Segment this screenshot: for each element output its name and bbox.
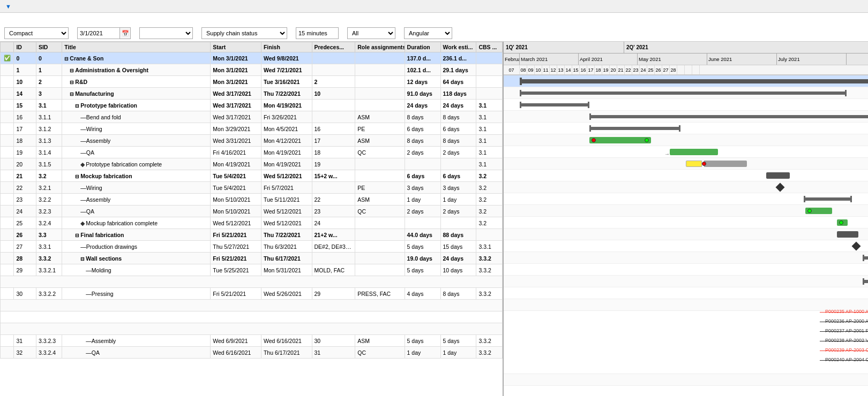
col-id: ID — [14, 42, 36, 52]
table-row[interactable]: 23 3.2.2 —Assembly Mon 5/10/2021 Tue 5/1… — [1, 194, 503, 205]
table-row[interactable]: 14 3 ⊟Manufacturing Wed 3/17/2021 Thu 7/… — [1, 88, 503, 100]
row-check[interactable] — [1, 253, 14, 264]
row-check[interactable] — [1, 111, 14, 123]
row-title[interactable]: ⊟Crane & Son — [62, 52, 211, 64]
move-input[interactable] — [296, 27, 339, 39]
row-start: Fri 5/21/2021 — [211, 253, 261, 264]
table-row[interactable]: 21 3.2 ⊟Mockup fabrication Tue 5/4/2021 … — [1, 170, 503, 182]
row-check[interactable] — [1, 76, 14, 88]
row-role: QC — [355, 347, 405, 359]
row-check[interactable] — [1, 229, 14, 241]
table-row[interactable] — [1, 276, 503, 288]
month-feb: Februa... — [504, 54, 520, 65]
row-check[interactable]: ✅ — [1, 52, 14, 64]
row-check[interactable] — [1, 64, 14, 76]
calendar-icon[interactable]: 📅 — [120, 27, 131, 39]
dropdown-icon: ▼ — [5, 3, 11, 10]
row-check[interactable] — [1, 147, 14, 158]
table-row[interactable]: ✅ 0 0 ⊟Crane & Son Mon 3/1/2021 Wed 9/8/… — [1, 52, 503, 64]
row-title[interactable]: —Assembly — [62, 135, 211, 147]
table-row[interactable]: 29 3.3.2.1 —Molding Tue 5/25/2021 Mon 5/… — [1, 264, 503, 276]
table-row[interactable]: 25 3.2.4 ◆Mockup fabrication complete We… — [1, 217, 503, 229]
table-row[interactable]: 15 3.1 ⊟Prototype fabrication Wed 3/17/2… — [1, 100, 503, 111]
row-check[interactable] — [1, 88, 14, 100]
row-title[interactable]: ⊟R&D — [62, 76, 211, 88]
row-pred — [312, 182, 355, 194]
baseline-select[interactable] — [139, 27, 193, 39]
row-start: Mon 5/10/2021 — [211, 194, 261, 205]
table-row[interactable]: 19 3.1.4 —QA Fri 4/16/2021 Mon 4/19/2021… — [1, 147, 503, 158]
gantt-panel[interactable]: 1Q' 2021 2Q' 2021 Februa... March 2021 A… — [504, 42, 868, 396]
row-title[interactable]: ⊟Administration & Oversight — [62, 64, 211, 76]
view-id-select[interactable]: CompactDetailedSummary — [4, 27, 69, 39]
row-title[interactable]: —Bend and fold — [62, 111, 211, 123]
expand-control: AllLevel 1Level 2Level 3 — [347, 27, 395, 39]
row-check[interactable] — [1, 100, 14, 111]
row-title[interactable]: ⊟Final fabrication — [62, 229, 211, 241]
table-row[interactable]: 1 1 ⊟Administration & Oversight Mon 3/1/… — [1, 64, 503, 76]
table-row[interactable]: 18 3.1.3 —Assembly Wed 3/31/2021 Mon 4/1… — [1, 135, 503, 147]
row-check[interactable] — [1, 135, 14, 147]
row-title[interactable]: ⊟Mockup fabrication — [62, 170, 211, 182]
main-container: ID SID Title Start Finish Predeces... Ro… — [0, 42, 868, 396]
table-row[interactable]: 17 3.1.2 —Wiring Mon 3/29/2021 Mon 4/5/2… — [1, 123, 503, 135]
row-check[interactable] — [1, 288, 14, 300]
row-check[interactable] — [1, 264, 14, 276]
row-title[interactable]: ◆Mockup fabrication complete — [62, 217, 211, 229]
row-role — [355, 264, 405, 276]
row-title[interactable]: —QA — [62, 347, 211, 359]
row-check[interactable] — [1, 335, 14, 347]
table-row[interactable]: 28 3.3.2 ⊟Wall sections Fri 5/21/2021 Th… — [1, 253, 503, 264]
table-row[interactable]: 10 2 ⊟R&D Mon 3/1/2021 Tue 3/16/2021 2 1… — [1, 76, 503, 88]
row-check[interactable] — [1, 241, 14, 253]
expand-select[interactable]: AllLevel 1Level 2Level 3 — [347, 27, 395, 39]
row-title[interactable]: —Wiring — [62, 123, 211, 135]
table-row[interactable]: 27 3.3.1 —Production drawings Thu 5/27/2… — [1, 241, 503, 253]
row-check[interactable] — [1, 205, 14, 217]
row-title[interactable]: —Molding — [62, 264, 211, 276]
row-check[interactable] — [1, 123, 14, 135]
link-select[interactable]: AngularLinear — [404, 27, 452, 39]
row-finish: Thu 7/22/2021 — [261, 88, 312, 100]
row-check[interactable] — [1, 347, 14, 359]
row-check[interactable] — [1, 217, 14, 229]
table-row[interactable] — [1, 323, 503, 335]
table-row[interactable]: 30 3.3.2.2 —Pressing Fri 5/21/2021 Wed 5… — [1, 288, 503, 300]
row-duration — [405, 217, 440, 229]
row-title[interactable]: —Wiring — [62, 182, 211, 194]
row-title[interactable]: —QA — [62, 147, 211, 158]
table-row[interactable]: 26 3.3 ⊟Final fabrication Fri 5/21/2021 … — [1, 229, 503, 241]
table-row[interactable]: 20 3.1.5 ◆Prototype fabrication complete… — [1, 158, 503, 170]
row-check[interactable] — [1, 194, 14, 205]
row-pred — [312, 52, 355, 64]
row-title[interactable]: —Assembly — [62, 335, 211, 347]
table-row[interactable]: 22 3.2.1 —Wiring Tue 5/4/2021 Fri 5/7/20… — [1, 182, 503, 194]
table-row[interactable] — [1, 311, 503, 323]
row-check[interactable] — [1, 170, 14, 182]
row-title[interactable]: —Assembly — [62, 194, 211, 205]
start-input[interactable] — [77, 27, 120, 39]
row-title[interactable]: —Pressing — [62, 288, 211, 300]
table-row[interactable]: 16 3.1.1 —Bend and fold Wed 3/17/2021 Fr… — [1, 111, 503, 123]
row-title[interactable]: ⊟Wall sections — [62, 253, 211, 264]
row-title[interactable]: ⊟Manufacturing — [62, 88, 211, 100]
row-title[interactable]: —QA — [62, 205, 211, 217]
row-title[interactable]: —Production drawings — [62, 241, 211, 253]
table-row[interactable]: 31 3.3.2.3 —Assembly Wed 6/9/2021 Wed 6/… — [1, 335, 503, 347]
day-cell: 09 — [527, 65, 535, 74]
table-row[interactable] — [1, 300, 503, 311]
row-role: QC — [355, 147, 405, 158]
row-check[interactable] — [1, 158, 14, 170]
table-row[interactable]: 32 3.3.2.4 —QA Wed 6/16/2021 Thu 6/17/20… — [1, 347, 503, 359]
row-check[interactable] — [1, 182, 14, 194]
row-id: 28 — [14, 253, 36, 264]
row-id: 24 — [14, 205, 36, 217]
row-pred: 29 — [312, 288, 355, 300]
grid-panel[interactable]: ID SID Title Start Finish Predeces... Ro… — [0, 42, 504, 396]
row-cbs — [476, 88, 503, 100]
row-title[interactable]: ⊟Prototype fabrication — [62, 100, 211, 111]
row-cbs: 3.1 — [476, 158, 503, 170]
row-title[interactable]: ◆Prototype fabrication complete — [62, 158, 211, 170]
table-row[interactable]: 24 3.2.3 —QA Mon 5/10/2021 Wed 5/12/2021… — [1, 205, 503, 217]
gantt-mode-select[interactable]: Supply chain statusNormalCritical path — [201, 27, 287, 39]
